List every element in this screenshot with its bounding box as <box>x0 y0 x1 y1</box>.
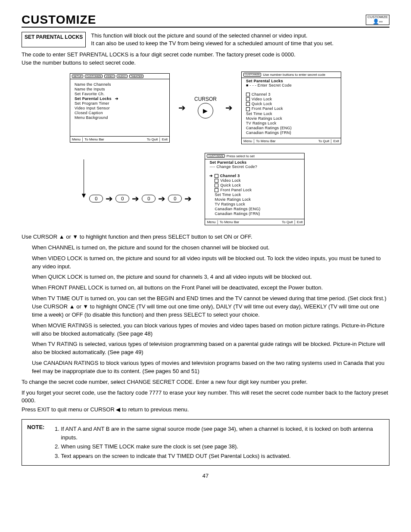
section-label: SET PARENTAL LOCKS <box>22 32 86 47</box>
tab-theater: THEATER <box>129 75 144 78</box>
instr-timeout: When TV TIME OUT is turned on, you can s… <box>32 295 389 319</box>
osd2-subtitle: ■ - - - Enter Secret Code <box>242 83 341 89</box>
arrow-right-icon: ➔ <box>158 193 165 204</box>
page-header: CUSTOMIZE CUSTOMIZE 👤▫▫ <box>22 13 389 28</box>
customize-icon: CUSTOMIZE 👤▫▫ <box>366 15 389 25</box>
osd1-item: Video Input Sensor <box>75 106 165 110</box>
diagram-area: SETUP CUSTOMIZE VIDEO AUDIO THEATER Name… <box>22 72 389 225</box>
osd2-hint: Use number buttons to enter secret code <box>263 73 325 77</box>
osd1-item: Menu Background <box>75 115 165 120</box>
page-number: 47 <box>22 473 389 479</box>
note-box: NOTE: If ANT A and ANT B are in the same… <box>22 419 389 466</box>
osd3-item: Canadian Ratings (FRN) <box>209 212 300 216</box>
osd3-subtitle: ---- Change Secret Code? <box>205 165 304 171</box>
down-arrow-col: ▼ <box>81 159 87 197</box>
tab-video: VIDEO <box>104 75 115 78</box>
note-item: When using SET TIME LOCK make sure the c… <box>61 442 384 451</box>
arrow-right-icon: ➔ <box>132 193 139 204</box>
osd3-title: Set Parental Locks <box>205 159 304 165</box>
tab-setup: SETUP <box>72 75 83 78</box>
osd3-top: CUSTOMIZE Press select to set <box>205 153 304 159</box>
osd3-item: Video Lock <box>209 178 300 183</box>
para-code-info: The code to enter SET PARENTAL LOCKS is … <box>22 51 389 67</box>
osd1-item-selected: Set Parental Locks ➔ <box>75 96 165 101</box>
instr-canadian: Use CANADIAN RATINGS to block various ty… <box>32 359 389 376</box>
osd3-item: Quick Lock <box>209 183 300 187</box>
osd2-item: Canadian Ratings (FRN) <box>246 131 336 135</box>
osd2-item: Set Time Lock <box>246 112 336 116</box>
person-tv-icon: 👤▫▫ <box>367 19 388 24</box>
code-digit: 0 <box>89 195 103 202</box>
instr-exit: Press EXIT to quit menu or CURSOR ◀ to r… <box>22 406 389 414</box>
code-digit: 0 <box>168 195 182 202</box>
osd2-footer: Menu │ To Menu Bar To Quit │ Exit <box>242 138 341 144</box>
tab-customize: CUSTOMIZE <box>243 73 261 77</box>
intro-text: This function will block out the picture… <box>91 32 333 47</box>
tab-customize: CUSTOMIZE <box>207 154 224 158</box>
instr-channel: When CHANNEL is turned on, the picture a… <box>32 244 389 252</box>
instr-lead: Use CURSOR ▲ or ▼ to highlight function … <box>22 233 389 241</box>
code-digit: 0 <box>115 195 129 202</box>
osd1-item: Set Program Timer <box>75 101 165 106</box>
tab-customize: CUSTOMIZE <box>85 75 103 78</box>
intro-line2: It can also be used to keep the TV from … <box>91 40 333 47</box>
osd3-item: Set Time Lock <box>209 193 300 197</box>
osd2-title: Set Parental Locks <box>242 78 341 83</box>
code-entry-row: 0 ➔ 0 ➔ 0 ➔ 0 ➔ <box>89 193 192 204</box>
osd2-item: Video Lock <box>246 97 336 101</box>
osd1-body: Name the Channels Name the Inputs Set Fa… <box>70 79 169 136</box>
intro-line1: This function will block out the picture… <box>91 32 333 40</box>
osd3-item: Canadian Ratings (ENG) <box>209 207 300 211</box>
osd3-footer: Menu │ To Menu Bar To Quit │ Exit <box>205 219 304 225</box>
osd2-item: Canadian Ratings (ENG) <box>246 126 336 130</box>
instr-quick: When QUICK LOCK is turned on, the pictur… <box>32 273 389 281</box>
osd2-top: CUSTOMIZE Use number buttons to enter se… <box>242 72 341 78</box>
osd-parental-locks: CUSTOMIZE Press select to set Set Parent… <box>205 153 305 226</box>
cursor-label: CURSOR <box>194 96 217 102</box>
instr-tv: When TV RATING is selected, various type… <box>32 340 389 357</box>
osd-enter-code: CUSTOMIZE Use number buttons to enter se… <box>241 72 341 144</box>
osd3-body: Channel 3 Video Lock Quick Lock Front Pa… <box>205 171 304 219</box>
arrow-right-icon: ➔ <box>225 103 233 113</box>
note-item: If ANT A and ANT B are in the same signa… <box>61 425 384 442</box>
osd2-item: TV Ratings Lock <box>246 121 336 125</box>
osd3-item: Front Panel Lock <box>209 188 300 192</box>
osd2-body: Channel 3 Video Lock Quick Lock Front Pa… <box>242 89 341 138</box>
code-digit: 0 <box>142 195 156 202</box>
instr-forget: If you forget your secret code, use the … <box>22 389 389 405</box>
arrow-right-icon: ➔ <box>106 193 113 204</box>
flow-row-1: SETUP CUSTOMIZE VIDEO AUDIO THEATER Name… <box>22 72 389 144</box>
instr-change: To change the secret code number, select… <box>22 378 389 386</box>
flow-row-2: ▼ 0 ➔ 0 ➔ 0 ➔ 0 ➔ CUSTOMIZE Press select… <box>22 153 389 226</box>
osd1-item: Name the Inputs <box>75 87 165 91</box>
osd1-tabs: SETUP CUSTOMIZE VIDEO AUDIO THEATER <box>70 74 169 80</box>
osd3-item: TV Ratings Lock <box>209 202 300 206</box>
page-title: CUSTOMIZE <box>22 13 96 27</box>
osd2-item: Front Panel Lock <box>246 106 336 111</box>
arrow-right-icon: ➔ <box>184 193 192 204</box>
instr-front: When FRONT PANEL LOCK is turned on, all … <box>32 284 389 292</box>
osd-customize-menu: SETUP CUSTOMIZE VIDEO AUDIO THEATER Name… <box>70 73 170 143</box>
note-list: If ANT A and ANT B are in the same signa… <box>53 424 384 461</box>
osd1-item: Closed Caption <box>75 111 165 115</box>
arrow-right-icon: ➔ <box>178 103 186 113</box>
tab-audio: AUDIO <box>117 75 128 78</box>
osd3-item-selected: Channel 3 <box>209 174 300 178</box>
osd2-item: Movie Ratings Lock <box>246 116 336 121</box>
arrow-down-icon: ▼ <box>81 194 87 197</box>
osd2-item: Channel 3 <box>246 92 336 96</box>
instr-movie: When MOVIE RATINGS is selected, you can … <box>32 322 389 338</box>
note-item: Text appears on the screen to indicate t… <box>61 452 384 460</box>
osd1-item: Name the Channels <box>75 82 165 87</box>
osd3-item: Movie Ratings Lock <box>209 197 300 202</box>
osd3-hint: Press select to set <box>227 154 255 158</box>
osd1-footer: Menu │ To Menu Bar To Quit │ Exit <box>70 136 169 142</box>
instr-video: When VIDEO LOCK is turned on, the pictur… <box>32 255 389 271</box>
cursor-button: CURSOR ▶ <box>194 96 217 119</box>
note-label: NOTE: <box>27 424 44 461</box>
osd2-item: Quick Lock <box>246 102 336 106</box>
osd1-item: Set Favorite Ch. <box>75 92 165 96</box>
cursor-right-icon: ▶ <box>198 103 213 118</box>
intro-row: SET PARENTAL LOCKS This function will bl… <box>22 32 389 47</box>
